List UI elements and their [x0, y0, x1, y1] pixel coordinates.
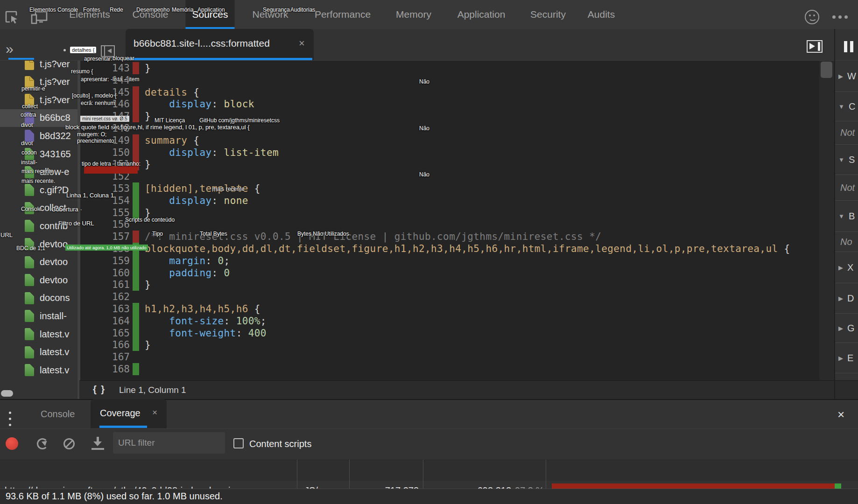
- sidebar-section-global-listeners[interactable]: ▶G: [835, 314, 858, 343]
- code-line[interactable]: details {: [145, 86, 199, 98]
- sidebar-section-breakpoints[interactable]: ▼B: [835, 201, 858, 232]
- editor-vscroll-thumb[interactable]: [821, 62, 832, 78]
- file-tree-item-devtoo[interactable]: devtoo: [0, 271, 77, 289]
- code-line[interactable]: font-size: 100%;: [145, 315, 267, 327]
- code-line[interactable]: display: list-item: [145, 147, 279, 159]
- export-icon[interactable]: [91, 437, 104, 449]
- line-number[interactable]: 162: [80, 291, 130, 303]
- pause-script-icon[interactable]: [844, 41, 847, 52]
- line-number[interactable]: 161: [80, 279, 130, 291]
- device-toolbar-icon[interactable]: [31, 11, 48, 24]
- file-tree-item-t-js-ver[interactable]: t.js?ver: [0, 61, 77, 73]
- file-tree-item-343165[interactable]: 343165: [0, 145, 77, 163]
- code-line[interactable]: }: [145, 62, 151, 74]
- code-line[interactable]: font-weight: 400: [145, 327, 267, 339]
- panel-tab-application[interactable]: Application: [451, 0, 512, 29]
- drawer-close-icon[interactable]: ×: [837, 408, 844, 420]
- sidebar-section-event-listener-breakpoints[interactable]: ▶E: [835, 343, 858, 373]
- code-token: :: [212, 98, 224, 110]
- feedback-smiley-icon[interactable]: [805, 10, 819, 24]
- line-number[interactable]: 168: [80, 363, 130, 375]
- open-in-panel-icon[interactable]: [807, 40, 823, 53]
- code-line[interactable]: }: [145, 279, 151, 291]
- clear-icon[interactable]: [63, 438, 75, 449]
- line-number[interactable]: 157: [80, 231, 130, 243]
- sidebar-section-dom-breakpoints[interactable]: ▶D: [835, 283, 858, 314]
- more-menu-icon[interactable]: [832, 15, 836, 19]
- navigator-hscroll-thumb[interactable]: [1, 390, 13, 397]
- file-tree-item-label: t.js?ver: [40, 95, 70, 105]
- sidebar-section-scope[interactable]: ▼S: [835, 145, 858, 175]
- code-line[interactable]: display: block: [145, 98, 254, 110]
- translation-overlay: Bytes Não Utilizados: [297, 231, 349, 237]
- line-number[interactable]: 155: [80, 207, 130, 219]
- panel-tab-performance[interactable]: Performance: [308, 0, 377, 29]
- section-arrow-icon: ▶: [838, 264, 843, 271]
- translation-overlay: Não: [419, 78, 429, 85]
- file-tree-item-install-[interactable]: install-: [0, 307, 77, 325]
- file-tree-item-latest-v[interactable]: latest.v: [0, 325, 77, 343]
- record-button[interactable]: [6, 437, 18, 450]
- panel-tab-network[interactable]: Network: [246, 0, 295, 29]
- file-tree-item-latest-v[interactable]: latest.v: [0, 343, 77, 361]
- pause-script-icon[interactable]: [850, 41, 853, 52]
- drawer-menu-icon[interactable]: [9, 412, 11, 414]
- translation-overlay: Desempenho: [136, 7, 169, 13]
- line-number[interactable]: 159: [80, 255, 130, 267]
- panel-tab-security[interactable]: Security: [524, 0, 572, 29]
- translation-overlay: Memória: [172, 7, 194, 13]
- more-menu-icon[interactable]: [838, 15, 842, 19]
- code-line[interactable]: display: none: [145, 195, 248, 207]
- coverage-tab-close-icon[interactable]: ×: [152, 407, 157, 418]
- more-menu-icon[interactable]: [844, 15, 848, 19]
- file-tab-close-icon[interactable]: ×: [299, 37, 305, 49]
- line-number[interactable]: 164: [80, 315, 130, 327]
- code-line[interactable]: }: [145, 158, 151, 170]
- panel-tab-elements[interactable]: Elements: [63, 0, 117, 29]
- translation-overlay: divot: [21, 122, 33, 128]
- code-line[interactable]: }: [145, 110, 151, 122]
- panel-tab-audits[interactable]: Audits: [581, 0, 621, 29]
- code-line[interactable]: h1,h2,h3,h4,h5,h6 {: [145, 303, 260, 315]
- panel-tab-console[interactable]: Console: [126, 0, 175, 29]
- drawer-tab-console[interactable]: Console: [41, 400, 75, 428]
- drawer-tab-coverage[interactable]: Coverage ×: [91, 399, 167, 428]
- line-number[interactable]: 150: [80, 147, 130, 159]
- coverage-strip: [133, 62, 139, 74]
- sidebar-section-xhr-breakpoints[interactable]: ▶X: [835, 252, 858, 283]
- drawer-menu-icon[interactable]: [9, 424, 11, 426]
- line-number[interactable]: 167: [80, 351, 130, 363]
- line-number[interactable]: 165: [80, 327, 130, 339]
- file-tab[interactable]: b66bc881.site-l....css:formatted ×: [126, 29, 314, 60]
- url-filter-field[interactable]: [113, 432, 225, 454]
- file-tree-item-t-js-ver[interactable]: t.js?ver: [0, 91, 77, 109]
- editor-vscroll-track[interactable]: [819, 61, 834, 380]
- file-tree-item-latest-v[interactable]: latest.v: [0, 361, 77, 379]
- sidebar-section-call-stack[interactable]: ▼C: [835, 92, 858, 121]
- code-token: {: [193, 87, 199, 98]
- pretty-print-icon[interactable]: { }: [93, 384, 105, 395]
- url-filter-input[interactable]: [113, 432, 225, 454]
- line-number[interactable]: 163: [80, 303, 130, 315]
- file-tree-item-docons[interactable]: docons: [0, 289, 77, 307]
- code-line[interactable]: margin: 0;: [145, 255, 230, 267]
- panel-tab-sources[interactable]: Sources: [185, 0, 234, 29]
- line-number[interactable]: 166: [80, 339, 130, 351]
- inspect-icon[interactable]: [5, 10, 19, 24]
- more-tabs-chevron[interactable]: »: [6, 41, 14, 57]
- reload-icon[interactable]: [37, 438, 48, 449]
- drawer-menu-icon[interactable]: [9, 418, 11, 420]
- section-arrow-icon: ▶: [838, 295, 843, 302]
- content-scripts-checkbox[interactable]: [233, 438, 244, 448]
- sidebar-section-watch[interactable]: ▶W: [835, 61, 858, 92]
- file-tree-item-devtoo[interactable]: devtoo: [0, 253, 77, 271]
- line-number[interactable]: 160: [80, 267, 130, 279]
- panel-tab-memory[interactable]: Memory: [389, 0, 438, 29]
- code-line[interactable]: blockquote,body,dd,dl,dt,fieldset,figure…: [145, 243, 790, 255]
- coverage-table-row[interactable]: https://docs.microsoft.com/..th../40c0dd…: [0, 481, 858, 489]
- translation-overlay: Console: [21, 206, 42, 212]
- code-token: :: [205, 255, 218, 266]
- code-line[interactable]: padding: 0: [145, 267, 230, 279]
- code-line[interactable]: }: [145, 339, 151, 351]
- code-line[interactable]: summary {: [145, 134, 199, 147]
